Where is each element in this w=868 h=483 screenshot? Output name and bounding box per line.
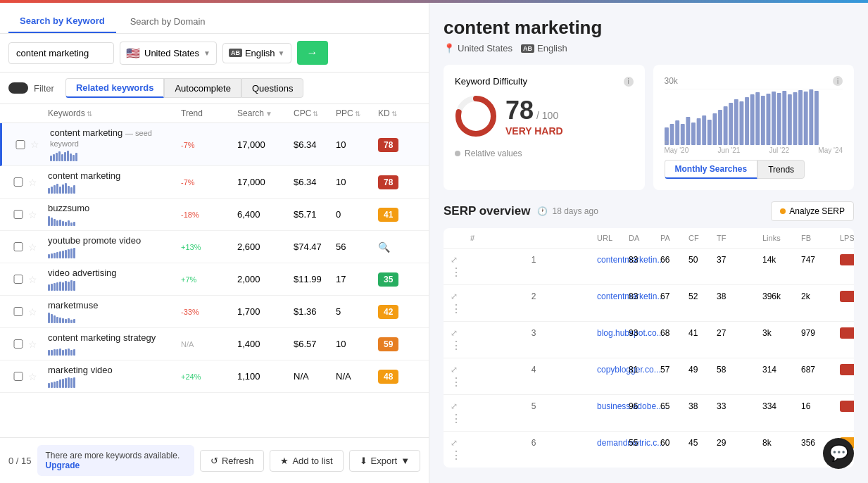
serp-url-3[interactable]: blog.hubspot.co... <box>597 328 629 338</box>
row-checkbox-4[interactable] <box>8 275 28 284</box>
serp-pa-1: 66 <box>660 255 688 265</box>
serp-tf-4: 58 <box>717 365 762 375</box>
tab-autocomplete[interactable]: Autocomplete <box>164 78 241 98</box>
export-button[interactable]: ⬇ Export ▼ <box>349 450 420 472</box>
serp-th-pa: PA <box>660 234 688 242</box>
monthly-search-chart: 0 <box>665 89 843 145</box>
language-selector[interactable]: AB English ▼ <box>222 43 291 63</box>
serp-tf-2: 38 <box>717 291 762 301</box>
serp-more-icon-6[interactable]: ⋮ <box>451 448 470 462</box>
tab-search-keyword[interactable]: Search by Keyword <box>8 10 116 33</box>
filter-button[interactable]: Filter <box>34 83 54 94</box>
ppc-6: 10 <box>336 339 378 349</box>
keyword-sub-0: — seed keyword <box>50 129 152 148</box>
tab-search-domain[interactable]: Search by Domain <box>119 10 217 33</box>
svg-rect-20 <box>760 96 765 145</box>
serp-row: ⤢ 3 blog.hubspot.co... 93 68 41 27 3k 97… <box>444 322 854 358</box>
info-icon[interactable]: i <box>624 77 634 87</box>
row-checkbox-2[interactable] <box>8 210 28 219</box>
serp-url-2[interactable]: contentmarketin... <box>597 291 629 301</box>
star-icon-0[interactable]: ☆ <box>30 139 50 150</box>
tab-questions[interactable]: Questions <box>241 78 304 98</box>
metrics-row: Keyword Difficulty i 78 / 100 VERY HARD <box>444 65 854 190</box>
star-icon-2[interactable]: ☆ <box>28 209 48 220</box>
svg-rect-29 <box>809 89 813 145</box>
star-icon-5[interactable]: ☆ <box>28 306 48 318</box>
star-icon-3[interactable]: ☆ <box>28 242 48 253</box>
search-volume-0: 17,000 <box>237 139 294 150</box>
meta-country: United States <box>458 43 512 54</box>
row-checkbox-3[interactable] <box>8 242 28 251</box>
serp-url-1[interactable]: contentmarketin... <box>597 255 629 265</box>
more-keywords-notice: There are more keywords available. Upgra… <box>37 445 194 476</box>
country-selector[interactable]: 🇺🇸 United States ▼ <box>120 42 217 65</box>
row-checkbox-0[interactable] <box>11 140 30 149</box>
serp-url-5[interactable]: business.adobe.... <box>597 401 629 411</box>
serp-url-6[interactable]: demandmetric.c... <box>597 438 629 448</box>
star-icon-4[interactable]: ☆ <box>28 274 48 285</box>
th-cpc[interactable]: CPC ⇅ <box>294 108 336 118</box>
star-icon-7[interactable]: ☆ <box>28 371 48 382</box>
selection-counter: 0 / 15 <box>8 456 32 466</box>
lang-code-icon: AB <box>229 49 242 57</box>
serp-expand-icon[interactable]: ⤢ <box>451 255 470 265</box>
serp-more-icon-1[interactable]: ⋮ <box>451 265 470 279</box>
svg-rect-28 <box>803 92 807 145</box>
row-checkbox-5[interactable] <box>8 307 28 316</box>
row-checkbox-6[interactable] <box>8 339 28 349</box>
chart-tab-trends[interactable]: Trends <box>757 160 805 179</box>
serp-url-4[interactable]: copyblogger.co... <box>597 365 629 375</box>
table-footer: 0 / 15 There are more keywords available… <box>0 437 429 483</box>
trend-value-2: -18% <box>181 211 199 219</box>
svg-rect-24 <box>782 91 786 145</box>
chart-tab-monthly[interactable]: Monthly Searches <box>665 160 758 179</box>
analyze-dot-icon <box>780 208 786 214</box>
th-ppc[interactable]: PPC ⇅ <box>336 108 378 118</box>
kd-search-icon-3[interactable]: 🔍 <box>378 242 390 253</box>
country-label: United States <box>144 48 199 58</box>
serp-row: ⤢ 4 copyblogger.co... 81 57 49 58 314 68… <box>444 358 854 395</box>
serp-expand-icon-5[interactable]: ⤢ <box>451 401 470 411</box>
serp-expand-icon-2[interactable]: ⤢ <box>451 291 470 301</box>
trend-bars-5 <box>48 310 181 323</box>
trend-bars-0 <box>50 149 181 161</box>
serp-more-icon-3[interactable]: ⋮ <box>451 339 470 352</box>
star-icon-1[interactable]: ☆ <box>28 177 48 188</box>
tab-related-keywords[interactable]: Related keywords <box>65 78 165 98</box>
chart-info-icon[interactable]: i <box>833 76 843 86</box>
svg-rect-7 <box>691 123 696 145</box>
table-header: Keywords ⇅ Trend Search ▼ CPC ⇅ PPC ⇅ KD… <box>0 104 429 123</box>
search-volume-4: 2,000 <box>237 274 294 284</box>
refresh-button[interactable]: ↺ Refresh <box>200 450 265 472</box>
kd-badge-1: 78 <box>378 175 398 189</box>
th-search[interactable]: Search ▼ <box>237 108 294 118</box>
serp-pa-5: 65 <box>660 401 688 411</box>
add-to-list-button[interactable]: ★ Add to list <box>270 450 343 472</box>
ppc-7: N/A <box>336 371 378 382</box>
serp-expand-icon-4[interactable]: ⤢ <box>451 365 470 375</box>
th-keywords[interactable]: Keywords ⇅ <box>48 108 181 118</box>
serp-links-2: 396k <box>762 291 801 301</box>
serp-more-icon-5[interactable]: ⋮ <box>451 412 470 425</box>
serp-da-6: 55 <box>629 438 660 448</box>
keyword-input[interactable] <box>8 42 114 64</box>
star-icon-6[interactable]: ☆ <box>28 339 48 350</box>
serp-expand-icon-3[interactable]: ⤢ <box>451 328 470 338</box>
serp-expand-icon-6[interactable]: ⤢ <box>451 438 470 448</box>
filter-toggle[interactable] <box>8 82 28 94</box>
svg-rect-21 <box>766 94 770 145</box>
chevron-down-icon-2: ▼ <box>278 49 285 57</box>
serp-more-icon-4[interactable]: ⋮ <box>451 375 470 389</box>
serp-rank-4: 4 <box>470 365 597 375</box>
trend-bars-4 <box>48 278 181 291</box>
serp-more-icon-2[interactable]: ⋮ <box>451 302 470 315</box>
row-checkbox-7[interactable] <box>8 372 28 381</box>
chat-bubble-button[interactable]: 💬 <box>823 438 854 469</box>
row-checkbox-1[interactable] <box>8 177 28 187</box>
search-submit-button[interactable]: → <box>297 41 328 65</box>
th-kd[interactable]: KD ⇅ <box>378 108 420 118</box>
upgrade-link[interactable]: Upgrade <box>46 460 80 470</box>
analyze-serp-button[interactable]: Analyze SERP <box>771 201 854 221</box>
serp-th-links: Links <box>762 234 801 242</box>
svg-rect-27 <box>798 90 803 145</box>
